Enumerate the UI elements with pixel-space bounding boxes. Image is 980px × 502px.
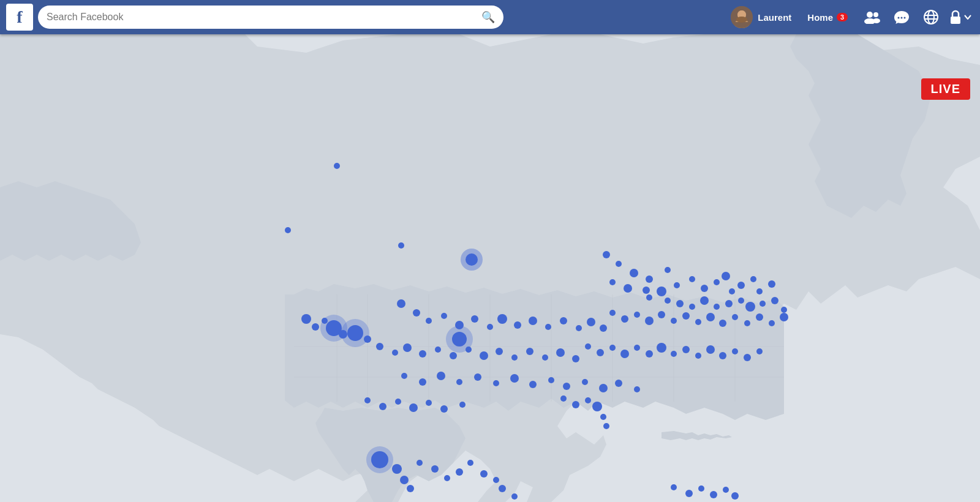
- search-bar[interactable]: 🔍: [38, 6, 503, 29]
- svg-point-13: [924, 10, 938, 24]
- search-input[interactable]: [47, 12, 478, 23]
- nav-right: Laurent Home 3: [726, 4, 974, 31]
- svg-point-5: [736, 17, 747, 23]
- search-icon: 🔍: [481, 10, 495, 24]
- globe-icon: [923, 9, 939, 25]
- chevron-down-icon: [963, 13, 972, 21]
- svg-point-12: [904, 17, 906, 19]
- user-profile[interactable]: Laurent: [726, 4, 796, 31]
- home-notification-badge: 3: [837, 13, 848, 21]
- facebook-logo[interactable]: f: [6, 4, 33, 31]
- friends-icon-button[interactable]: [859, 4, 886, 31]
- map-svg: [0, 34, 980, 502]
- navbar: f 🔍 Laurent Home 3: [0, 0, 980, 34]
- svg-point-6: [867, 12, 873, 18]
- svg-point-10: [898, 17, 900, 19]
- svg-point-14: [928, 10, 934, 24]
- messages-icon: [894, 10, 910, 24]
- svg-point-9: [873, 18, 880, 23]
- map-area[interactable]: LIVE: [0, 34, 980, 502]
- friends-icon: [864, 10, 880, 24]
- svg-rect-3: [731, 22, 753, 28]
- lock-icon: [949, 10, 962, 24]
- svg-point-7: [873, 12, 878, 17]
- home-label: Home: [807, 12, 833, 23]
- avatar-image: [731, 6, 753, 28]
- svg-point-11: [901, 17, 903, 19]
- svg-rect-17: [951, 17, 960, 24]
- messages-icon-button[interactable]: [888, 4, 915, 31]
- home-button[interactable]: Home 3: [799, 7, 856, 28]
- user-name: Laurent: [758, 12, 791, 23]
- lock-icon-button[interactable]: [947, 4, 974, 31]
- globe-icon-button[interactable]: [918, 4, 944, 31]
- live-badge: LIVE: [921, 78, 970, 100]
- avatar: [731, 6, 753, 28]
